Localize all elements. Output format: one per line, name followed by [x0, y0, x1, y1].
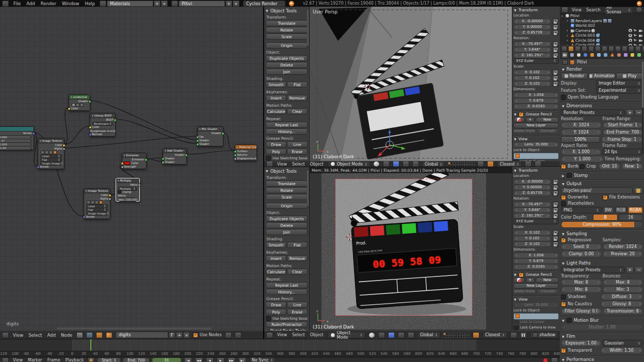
lock-toggle[interactable]: [552, 47, 559, 53]
button[interactable]: 100%: [561, 136, 600, 143]
object-field[interactable]: [513, 153, 559, 159]
layers-widget[interactable]: [448, 162, 474, 167]
button[interactable]: −: [635, 267, 643, 273]
sync-mode-select[interactable]: No Sync: [249, 357, 276, 362]
search-icon[interactable]: [636, 7, 642, 13]
menu-view[interactable]: View: [12, 333, 24, 338]
panel-header[interactable]: ▼View: [512, 297, 560, 302]
panel-checkbox[interactable]: [519, 272, 524, 277]
node-header[interactable]: Mapping: [0, 127, 34, 131]
tool-button[interactable]: Line: [287, 141, 308, 147]
editor-type-icon[interactable]: [2, 357, 9, 362]
editor-type-icon[interactable]: [266, 161, 273, 167]
input-socket[interactable]: [234, 157, 237, 160]
panel-header[interactable]: ▼Performance: [560, 356, 644, 362]
panel-header-object-tools[interactable]: ▼Object Tools: [266, 8, 308, 13]
filter-icon-4[interactable]: [588, 46, 594, 52]
material-name-field[interactable]: digits: [116, 332, 168, 338]
value-field[interactable]: ‹Render: 1024›: [603, 243, 643, 250]
value-icon[interactable]: [76, 103, 79, 107]
menu-add[interactable]: Add: [46, 333, 56, 338]
filter-icon-7[interactable]: [608, 46, 614, 52]
viewport-shading-icon[interactable]: [368, 332, 375, 338]
end-frame-field[interactable]: End: 700: [123, 358, 149, 362]
menu-select[interactable]: Select: [291, 162, 306, 167]
tab-render[interactable]: [561, 52, 568, 58]
snap-magnet-icon[interactable]: [487, 161, 494, 167]
editor-type-icon[interactable]: [561, 7, 568, 13]
checkbox[interactable]: Use Sketching Sessions: [266, 156, 308, 161]
toggle-button[interactable]: 8: [593, 214, 617, 221]
tool-button[interactable]: Delete: [266, 62, 308, 68]
view3d-camera-rendered[interactable]: Prod. HRS MINS SECS FRM 00 59 58 09: [310, 167, 512, 331]
record-icon[interactable]: [543, 358, 548, 362]
value-field[interactable]: ‹Z: 0.102›: [513, 81, 551, 87]
tool-button[interactable]: Draw: [266, 302, 286, 308]
panel-header[interactable]: ▼Dimensions: [560, 103, 644, 109]
menu-window[interactable]: Window: [61, 1, 81, 6]
button[interactable]: Convert: [537, 289, 559, 294]
image-icon[interactable]: [99, 201, 103, 204]
tool-button[interactable]: Join: [266, 69, 308, 75]
tab-world[interactable]: [583, 52, 588, 58]
input-socket[interactable]: [196, 143, 199, 146]
menu-add[interactable]: Add: [25, 1, 36, 6]
lock-toggle[interactable]: [552, 241, 559, 247]
tool-button[interactable]: Poly: [266, 149, 286, 155]
expander-icon[interactable]: ▾: [567, 29, 570, 32]
pin-icon[interactable]: [562, 60, 568, 65]
checkbox[interactable]: Shadows: [561, 294, 600, 300]
panel-header[interactable]: ▼Render: [560, 66, 644, 72]
tool-button[interactable]: Draw: [266, 141, 286, 147]
checkbox[interactable]: Lock to Cursor: [513, 320, 559, 324]
lock-toggle[interactable]: [552, 213, 559, 219]
filter-icon-6[interactable]: [602, 46, 607, 52]
outliner-row[interactable]: ▾Circle.003: [560, 33, 644, 38]
node-value-field[interactable]: 1.00: [0, 146, 31, 150]
arrow-icon[interactable]: [80, 103, 84, 107]
tool-button[interactable]: Rotate: [266, 27, 308, 33]
button[interactable]: Play: [616, 73, 643, 79]
menu-object[interactable]: Object: [309, 162, 325, 167]
value-field[interactable]: ‹Seed: 0›: [561, 243, 602, 250]
node-matout[interactable]: Material OutputSurfaceVolumeDisplacement: [235, 144, 257, 161]
checkbox[interactable]: Placeholders: [561, 201, 643, 206]
panel-header[interactable]: ▼Sampling: [560, 231, 644, 237]
value-field[interactable]: ‹Preview: 20›: [603, 251, 643, 257]
outliner-row[interactable]: ▾Camera: [560, 28, 644, 34]
panel-header[interactable]: ▼Motion Blur: [560, 317, 644, 323]
value-field[interactable]: ‹Y: 0.00000›: [513, 24, 551, 30]
panel-header[interactable]: ▼Transform: [512, 7, 560, 13]
outliner-row[interactable]: World.002: [560, 23, 644, 28]
lock-toggle[interactable]: [552, 24, 559, 30]
menu-frame[interactable]: Frame: [46, 358, 61, 362]
tool-button[interactable]: Smooth: [266, 81, 286, 88]
value-field[interactable]: ‹New: 100›: [621, 163, 643, 170]
shader-type-texture-icon[interactable]: [96, 332, 103, 338]
expander-icon[interactable]: ▾: [567, 19, 570, 22]
filter-icon-5[interactable]: [595, 46, 601, 52]
node-editor[interactable]: MappingVector0.0000°1.0001.00scratchedSh…: [0, 7, 263, 331]
renderability-icon[interactable]: [639, 34, 642, 37]
button[interactable]: +: [526, 277, 535, 283]
menu-playback[interactable]: Playback: [65, 358, 85, 362]
tool-button[interactable]: Line: [287, 302, 308, 308]
dropdown[interactable]: PNG: [561, 207, 602, 213]
value-field[interactable]: ‹Clamp: 0.00›: [561, 251, 602, 257]
value-field[interactable]: ‹Z: 0.85739›: [513, 30, 551, 36]
menu-select[interactable]: Select: [27, 333, 43, 338]
opengl-render-icon[interactable]: [510, 332, 517, 338]
outliner-row[interactable]: ▾Circle.004: [560, 38, 644, 43]
panel-header[interactable]: ▼Film: [560, 333, 644, 339]
lock-toggle[interactable]: [552, 236, 559, 241]
outliner-row[interactable]: ▾Pitivi: [560, 13, 644, 19]
icon-button[interactable]: [634, 187, 643, 194]
shadow-label[interactable]: shadow: [530, 332, 558, 338]
tab-modifiers[interactable]: [603, 52, 608, 58]
tool-button[interactable]: Scale: [266, 34, 308, 40]
value-field[interactable]: ‹Y: 3.648°›: [513, 207, 551, 213]
node-mixshader[interactable]: Mix ShaderShaderFacShaderShader: [197, 126, 223, 146]
value-field[interactable]: ‹Exposure: 1.00›: [561, 340, 601, 347]
tool-button[interactable]: Repeat Last: [266, 282, 308, 288]
dropdown[interactable]: Gaussian: [602, 340, 643, 347]
